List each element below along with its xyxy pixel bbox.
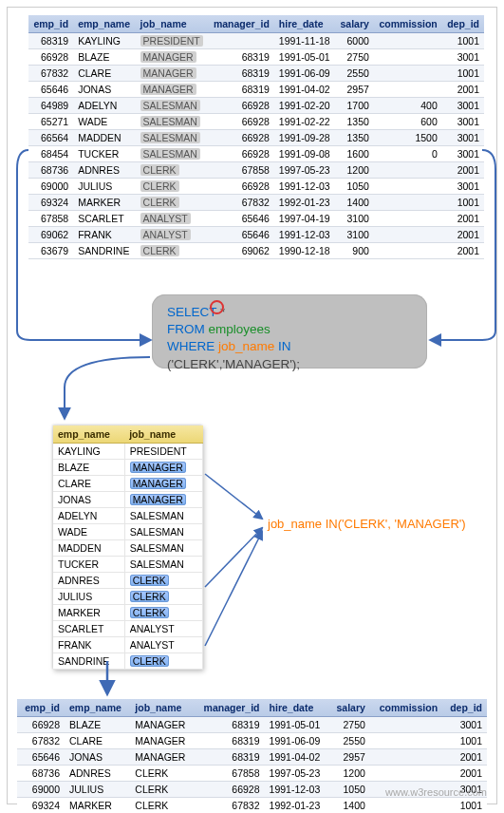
cell-dep_id: 3001 <box>442 130 484 146</box>
cell-salary: 2550 <box>329 733 370 749</box>
cell-job_name: MANAGER <box>124 460 202 476</box>
sql-from: FROM <box>167 322 209 336</box>
table-row: 66564MADDENSALESMAN669281991-09-28135015… <box>28 130 484 146</box>
cell-salary: 1600 <box>335 146 374 162</box>
col-manager_id: manager_id <box>208 15 274 33</box>
cell-emp_id: 67858 <box>28 211 73 227</box>
cell-salary: 1700 <box>335 98 374 114</box>
table-row: KAYLINGPRESIDENT <box>53 444 203 460</box>
cell-job_name: MANAGER <box>130 717 194 733</box>
sql-code-box: SELECT * FROM employees WHERE job_name I… <box>152 294 427 369</box>
cell-salary: 1350 <box>335 130 374 146</box>
diagram-frame: emp_idemp_namejob_namemanager_idhire_dat… <box>7 7 497 804</box>
cell-salary: 1200 <box>335 162 374 179</box>
cell-salary: 3100 <box>335 211 374 227</box>
cell-dep_id: 2001 <box>442 749 487 766</box>
table-row: 68736ADNRESCLERK678581997-05-2312002001 <box>17 766 487 782</box>
cell-manager_id: 68319 <box>208 49 274 66</box>
cell-emp_id: 63679 <box>28 243 73 259</box>
cell-hire_date: 1990-12-18 <box>274 243 335 259</box>
cell-emp_name: SANDRINE <box>53 653 124 670</box>
cell-hire_date: 1992-01-23 <box>265 798 329 812</box>
col-emp_name: emp_name <box>73 15 135 33</box>
cell-commission <box>374 82 442 98</box>
cell-job_name: ANALYST <box>136 211 209 227</box>
cell-dep_id: 3001 <box>442 49 484 66</box>
cell-commission <box>370 717 442 733</box>
col-salary: salary <box>335 15 374 33</box>
table-row: 68736ADNRESCLERK678581997-05-2312002001 <box>28 162 484 179</box>
cell-salary: 1050 <box>335 179 374 195</box>
cell-dep_id: 3001 <box>442 179 484 195</box>
cell-job_name: CLERK <box>130 782 194 798</box>
col-job_name: job_name <box>136 15 209 33</box>
cell-emp_name: MADDEN <box>73 130 135 146</box>
cell-emp_name: JONAS <box>65 749 130 766</box>
cell-emp_id: 66928 <box>28 49 73 66</box>
cell-hire_date: 1991-04-02 <box>274 82 335 98</box>
table-row: 64989ADELYNSALESMAN669281991-02-20170040… <box>28 98 484 114</box>
cell-emp_name: WADE <box>73 114 135 130</box>
cell-emp_name: JULIUS <box>73 179 135 195</box>
cell-emp_name: JONAS <box>73 82 135 98</box>
table-row: 69324MARKERCLERK678321992-01-2314001001 <box>28 195 484 211</box>
sql-select: SELECT <box>167 305 216 319</box>
table-row: MADDENSALESMAN <box>53 540 203 557</box>
cell-hire_date: 1997-05-23 <box>274 162 335 179</box>
cell-manager_id: 68319 <box>208 82 274 98</box>
cell-emp_name: SCARLET <box>73 211 135 227</box>
cell-manager_id: 67858 <box>208 162 274 179</box>
cell-manager_id: 66928 <box>195 782 265 798</box>
cell-dep_id: 2001 <box>442 82 484 98</box>
cell-manager_id: 69062 <box>208 243 274 259</box>
cell-dep_id: 1001 <box>442 195 484 211</box>
cell-job_name: ANALYST <box>136 227 209 243</box>
cell-emp_name: BLAZE <box>73 49 135 66</box>
cell-hire_date: 1991-12-03 <box>274 227 335 243</box>
cell-manager_id: 66928 <box>208 130 274 146</box>
cell-emp_id: 69324 <box>28 195 73 211</box>
cell-emp_name: WADE <box>53 524 124 540</box>
cell-emp_id: 66928 <box>17 717 65 733</box>
table-row: WADESALESMAN <box>53 524 203 540</box>
cell-dep_id: 3001 <box>442 98 484 114</box>
cell-job_name: MANAGER <box>130 749 194 766</box>
cell-emp_name: SANDRINE <box>73 243 135 259</box>
cell-job_name: SALESMAN <box>136 98 209 114</box>
cell-emp_name: CLARE <box>73 66 135 82</box>
cell-commission <box>374 179 442 195</box>
cell-emp_id: 67832 <box>28 66 73 82</box>
cell-manager_id: 68319 <box>195 749 265 766</box>
cell-commission <box>370 766 442 782</box>
cell-job_name: SALESMAN <box>124 508 202 524</box>
col-commission: commission <box>370 699 442 717</box>
cell-job_name: CLERK <box>130 798 194 812</box>
cell-job_name: PRESIDENT <box>124 444 202 460</box>
table-row: JULIUSCLERK <box>53 589 203 605</box>
cell-commission <box>374 33 442 49</box>
table-row: 63679SANDRINECLERK690621990-12-189002001 <box>28 243 484 259</box>
col-emp_name: emp_name <box>65 699 130 717</box>
cell-commission <box>370 798 442 812</box>
cell-commission <box>374 243 442 259</box>
cell-hire_date: 1991-09-08 <box>274 146 335 162</box>
cell-hire_date: 1991-09-28 <box>274 130 335 146</box>
cell-job_name: ANALYST <box>124 637 202 653</box>
cell-job_name: CLERK <box>124 589 202 605</box>
col-manager_id: manager_id <box>195 699 265 717</box>
cell-hire_date: 1992-01-23 <box>274 195 335 211</box>
table-excerpt-wrap: emp_namejob_name KAYLINGPRESIDENTBLAZEMA… <box>53 425 203 670</box>
cell-dep_id: 2001 <box>442 766 487 782</box>
table-row: JONASMANAGER <box>53 492 203 508</box>
cell-job_name: CLERK <box>130 766 194 782</box>
table-row: 66928BLAZEMANAGER683191991-05-0127503001 <box>17 717 487 733</box>
cell-manager_id: 65646 <box>208 227 274 243</box>
col-job_name: job_name <box>130 699 194 717</box>
col-commission: commission <box>374 15 442 33</box>
cell-manager_id <box>208 33 274 49</box>
cell-salary: 2957 <box>335 82 374 98</box>
cell-commission: 400 <box>374 98 442 114</box>
table-row: 68319KAYLINGPRESIDENT1991-11-1860001001 <box>28 33 484 49</box>
sql-where: WHERE <box>167 339 218 353</box>
cell-emp_id: 65646 <box>17 749 65 766</box>
